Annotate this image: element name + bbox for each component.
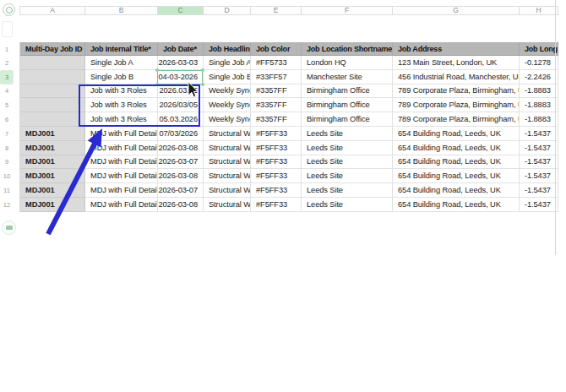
cell-B5[interactable]: Job with 3 Roles (85, 98, 158, 112)
cell-G11[interactable]: 654 Building Road, Leeds, UK (393, 183, 520, 198)
cell-F4[interactable]: Birmingham Office (302, 84, 393, 99)
cell-A10[interactable]: MDJ001 (20, 169, 85, 183)
cell-A8[interactable]: MDJ001 (20, 141, 85, 155)
cell-E2[interactable]: #FF5733 (251, 56, 302, 70)
cell-G12[interactable]: 654 Building Road, Leeds, UK (393, 198, 520, 212)
cell-C12[interactable]: 2026-03-08 (158, 198, 204, 212)
cell-H11[interactable]: -1.5437 (520, 183, 558, 198)
cell-F12[interactable]: Leeds Site (302, 198, 393, 212)
cell-D5[interactable]: Weekly Sync (204, 98, 251, 112)
cell-A3[interactable] (20, 70, 85, 84)
cell-C8[interactable]: 2026-03-08 (158, 141, 204, 155)
cell-G2[interactable]: 123 Main Street, London, UK (393, 56, 520, 70)
column-header-c[interactable]: C (158, 7, 204, 14)
cell-D6[interactable]: Weekly Sync (204, 112, 251, 127)
cell-F7[interactable]: Leeds Site (302, 127, 393, 141)
cell-A4[interactable] (20, 84, 85, 99)
cell-G6[interactable]: 789 Corporate Plaza, Birmingham, UK (393, 112, 520, 127)
cell-A6[interactable] (20, 112, 85, 127)
column-header-e[interactable]: E (251, 7, 302, 14)
table-header-f[interactable]: Job Location Shortname (302, 42, 393, 56)
cell-C11[interactable]: 2026-03-07 (158, 183, 204, 198)
cell-E9[interactable]: #F5FF33 (251, 155, 302, 170)
cell-H4[interactable]: -1.8883 (520, 84, 558, 99)
cell-B4[interactable]: Job with 3 Roles (85, 84, 158, 99)
row-number-9[interactable]: 9 (0, 155, 14, 170)
table-header-a[interactable]: Multi-Day Job ID (20, 42, 85, 56)
cell-G5[interactable]: 789 Corporate Plaza, Birmingham, UK (393, 98, 520, 112)
cell-G10[interactable]: 654 Building Road, Leeds, UK (393, 169, 520, 183)
cell-B2[interactable]: Single Job A (85, 56, 158, 70)
cell-D3[interactable]: Single Job B (204, 70, 251, 84)
cell-F2[interactable]: London HQ (302, 56, 393, 70)
cell-A9[interactable]: MDJ001 (20, 155, 85, 170)
cell-B8[interactable]: MDJ with Full Details (85, 141, 158, 155)
cell-F9[interactable]: Leeds Site (302, 155, 393, 170)
cell-B6[interactable]: Job with 3 Roles (85, 112, 158, 127)
cell-A2[interactable] (20, 56, 85, 70)
cell-B12[interactable]: MDJ with Full Details (85, 198, 158, 212)
cell-G4[interactable]: 789 Corporate Plaza, Birmingham, UK (393, 84, 520, 99)
table-header-h[interactable]: Job Longit (520, 42, 558, 56)
table-header-g[interactable]: Job Address (393, 42, 520, 56)
cell-G8[interactable]: 654 Building Road, Leeds, UK (393, 141, 520, 155)
cell-A7[interactable]: MDJ001 (20, 127, 85, 141)
cell-H7[interactable]: -1.5437 (520, 127, 558, 141)
cell-A5[interactable] (20, 98, 85, 112)
row-number-7[interactable]: 7 (0, 127, 14, 141)
cell-C6[interactable]: 05.03.2026 (158, 112, 204, 127)
column-header-g[interactable]: G (393, 7, 520, 14)
table-header-c[interactable]: Job Date* (158, 42, 204, 56)
cell-C9[interactable]: 2026-03-07 (158, 155, 204, 170)
table-select-handle-icon[interactable] (3, 3, 15, 16)
cell-H10[interactable]: -1.5437 (520, 169, 558, 183)
cell-D9[interactable]: Structural Work (204, 155, 251, 170)
row-number-10[interactable]: 10 (0, 169, 14, 183)
row-number-12[interactable]: 12 (0, 198, 14, 212)
row-number-2[interactable]: 2 (0, 56, 14, 70)
cell-H8[interactable]: -1.5437 (520, 141, 558, 155)
row-number-11[interactable]: 11 (0, 183, 14, 198)
column-header-f[interactable]: F (302, 7, 393, 14)
cell-H6[interactable]: -1.8883 (520, 112, 558, 127)
cell-E3[interactable]: #33FF57 (251, 70, 302, 84)
row-number-5[interactable]: 5 (0, 98, 14, 112)
cell-E12[interactable]: #F5FF33 (251, 198, 302, 212)
cell-E10[interactable]: #F5FF33 (251, 169, 302, 183)
cell-D4[interactable]: Weekly Sync (204, 84, 251, 99)
add-row-handle-icon[interactable] (2, 220, 16, 235)
cell-D7[interactable]: Structural Work (204, 127, 251, 141)
cell-E8[interactable]: #F5FF33 (251, 141, 302, 155)
cell-A12[interactable]: MDJ001 (20, 198, 85, 212)
cell-F6[interactable]: Birmingham Office (302, 112, 393, 127)
cell-C7[interactable]: 07/03/2026 (158, 127, 204, 141)
column-header-h[interactable]: H (520, 7, 558, 14)
cell-E6[interactable]: #3357FF (251, 112, 302, 127)
cell-H3[interactable]: -2.2426 (520, 70, 558, 84)
cell-C10[interactable]: 2026-03-08 (158, 169, 204, 183)
cell-F11[interactable]: Leeds Site (302, 183, 393, 198)
cell-E4[interactable]: #3357FF (251, 84, 302, 99)
cell-H9[interactable]: -1.5437 (520, 155, 558, 170)
cell-E7[interactable]: #F5FF33 (251, 127, 302, 141)
column-header-a[interactable]: A (20, 7, 85, 14)
column-header-b[interactable]: B (85, 7, 158, 14)
row-number-8[interactable]: 8 (0, 141, 14, 155)
cell-C5[interactable]: 2026/03/05 (158, 98, 204, 112)
cell-G7[interactable]: 654 Building Road, Leeds, UK (393, 127, 520, 141)
cell-D11[interactable]: Structural Work (204, 183, 251, 198)
cell-C2[interactable]: 2026-03-03 (158, 56, 204, 70)
table-header-d[interactable]: Job Headline (204, 42, 251, 56)
cell-B3[interactable]: Single Job B (85, 70, 158, 84)
table-header-b[interactable]: Job Internal Title* (85, 42, 158, 56)
table-header-e[interactable]: Job Color (251, 42, 302, 56)
cell-G9[interactable]: 654 Building Road, Leeds, UK (393, 155, 520, 170)
cell-H2[interactable]: -0.1278 (520, 56, 558, 70)
cell-E5[interactable]: #3357FF (251, 98, 302, 112)
cell-D10[interactable]: Structural Work (204, 169, 251, 183)
cell-B7[interactable]: MDJ with Full Details (85, 127, 158, 141)
cell-A11[interactable]: MDJ001 (20, 183, 85, 198)
row-number-4[interactable]: 4 (0, 84, 14, 99)
cell-E11[interactable]: #F5FF33 (251, 183, 302, 198)
cell-H5[interactable]: -1.8883 (520, 98, 558, 112)
